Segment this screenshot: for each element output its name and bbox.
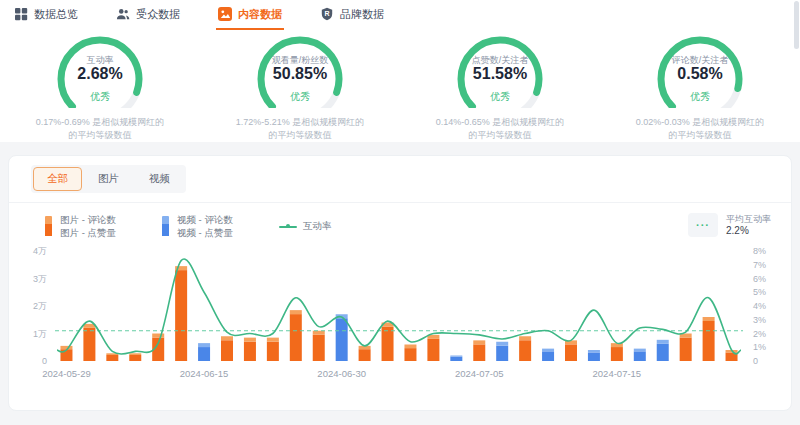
bar-image-likes[interactable]	[703, 321, 715, 361]
bar-image-likes[interactable]	[244, 342, 256, 361]
legend-group-labels: 图片 - 评论数图片 - 点赞量	[60, 213, 116, 239]
chart-legend-row: 图片 - 评论数图片 - 点赞量视频 - 评论数视频 - 点赞量 互动率 ···…	[9, 203, 791, 239]
bar-image-likes[interactable]	[359, 349, 371, 361]
left-axis-tick: 3万	[33, 274, 47, 284]
filter-row: 全部图片视频	[9, 156, 791, 193]
bar-image-comments[interactable]	[267, 338, 279, 342]
bar-video-likes[interactable]	[542, 351, 554, 361]
x-axis-date-label: 2024-07-05	[455, 368, 504, 379]
metric-card-4: 评论数/关注者0.58%优秀0.02%-0.03% 是相似规模网红的的平均等级数…	[600, 30, 800, 142]
bar-image-comments[interactable]	[244, 338, 256, 342]
nav-tab-3[interactable]: 内容数据	[216, 0, 284, 30]
metric-value: 2.68%	[52, 65, 148, 83]
bar-image-comments[interactable]	[519, 336, 531, 340]
top-section: 数据总览受众数据内容数据R品牌数据 互动率2.68%优秀0.17%-0.69% …	[0, 0, 800, 142]
bar-video-likes[interactable]	[634, 351, 646, 361]
filter-tab-1[interactable]: 全部	[33, 167, 82, 191]
right-axis-tick: 8%	[753, 246, 766, 256]
average-rate-label: 平均互动率	[726, 213, 771, 225]
right-axis-tick: 0	[753, 356, 758, 366]
bar-image-comments[interactable]	[290, 310, 302, 314]
left-axis-tick: 4万	[33, 246, 47, 256]
metric-benchmark-note: 0.14%-0.65% 是相似规模网红的的平均等级数值	[436, 116, 565, 142]
filter-tab-2[interactable]: 图片	[84, 167, 133, 191]
bar-image-comments[interactable]	[152, 334, 164, 338]
bar-video-comments[interactable]	[634, 349, 646, 352]
bar-image-comments[interactable]	[703, 317, 715, 321]
nav-tab-label: 受众数据	[136, 7, 180, 22]
filter-tab-3[interactable]: 视频	[135, 167, 184, 191]
engagement-rate-line	[57, 259, 741, 354]
bar-video-comments[interactable]	[588, 350, 600, 352]
nav-tab-label: 内容数据	[238, 7, 282, 22]
metric-card-1: 互动率2.68%优秀0.17%-0.69% 是相似规模网红的的平均等级数值	[0, 30, 200, 142]
media-filter-group: 全部图片视频	[31, 165, 186, 193]
bar-image-likes[interactable]	[290, 314, 302, 361]
nav-tab-4[interactable]: R品牌数据	[318, 0, 386, 30]
bar-video-likes[interactable]	[588, 352, 600, 361]
dotted-line-icon: ···	[688, 213, 718, 237]
bar-image-likes[interactable]	[519, 340, 531, 361]
chart-svg[interactable]: 01万2万3万4万01%2%3%4%5%6%7%8%2024-05-292024…	[17, 241, 797, 425]
legend-group-image[interactable]: 图片 - 评论数图片 - 点赞量	[45, 213, 116, 239]
bar-image-likes[interactable]	[565, 344, 577, 361]
bar-image-likes[interactable]	[680, 338, 692, 362]
audience-icon	[116, 7, 130, 21]
right-axis-tick: 4%	[753, 301, 766, 311]
scrollbar-track[interactable]	[794, 0, 800, 425]
right-axis-tick: 6%	[753, 274, 766, 284]
bar-image-likes[interactable]	[129, 355, 141, 361]
x-axis-date-label: 2024-06-30	[317, 368, 366, 379]
left-axis-tick: 2万	[33, 301, 47, 311]
bar-image-likes[interactable]	[473, 344, 485, 361]
bar-image-likes[interactable]	[83, 328, 95, 361]
brand-icon: R	[320, 7, 334, 21]
right-axis-tick: 3%	[753, 315, 766, 325]
bar-image-comments[interactable]	[129, 353, 141, 355]
bar-image-comments[interactable]	[221, 336, 233, 340]
bar-image-comments[interactable]	[404, 345, 416, 349]
top-nav: 数据总览受众数据内容数据R品牌数据	[0, 0, 800, 30]
bar-video-likes[interactable]	[496, 346, 508, 361]
bar-swatch-icon	[162, 216, 169, 239]
metric-rating-badge: 优秀	[52, 90, 148, 104]
bar-image-likes[interactable]	[382, 327, 394, 362]
legend-group-labels: 视频 - 评论数视频 - 点赞量	[177, 213, 233, 239]
bar-image-likes[interactable]	[221, 340, 233, 361]
bar-video-likes[interactable]	[657, 344, 669, 361]
bar-image-comments[interactable]	[60, 346, 72, 349]
bar-video-likes[interactable]	[336, 318, 348, 361]
nav-tab-2[interactable]: 受众数据	[114, 0, 182, 30]
average-rate-value: 2.2%	[726, 225, 771, 237]
bars-group	[60, 266, 737, 361]
bar-image-likes[interactable]	[611, 347, 623, 361]
legend-line-series[interactable]: 互动率	[279, 220, 332, 233]
legend-group-video[interactable]: 视频 - 评论数视频 - 点赞量	[162, 213, 233, 239]
left-axis-tick: 0	[42, 356, 47, 366]
metric-value: 0.58%	[652, 65, 748, 83]
bar-image-likes[interactable]	[427, 339, 439, 361]
bar-video-comments[interactable]	[542, 349, 554, 352]
bar-image-comments[interactable]	[473, 340, 485, 344]
right-axis-tick: 1%	[753, 342, 766, 352]
nav-tab-label: 品牌数据	[340, 7, 384, 22]
bar-video-likes[interactable]	[450, 357, 462, 361]
bar-image-likes[interactable]	[313, 335, 325, 361]
bar-video-comments[interactable]	[496, 342, 508, 346]
bar-video-comments[interactable]	[657, 340, 669, 344]
bar-image-likes[interactable]	[404, 348, 416, 361]
metric-cards-row: 互动率2.68%优秀0.17%-0.69% 是相似规模网红的的平均等级数值观看量…	[0, 30, 800, 142]
bar-image-likes[interactable]	[267, 342, 279, 361]
bar-video-comments[interactable]	[198, 343, 210, 347]
bar-video-comments[interactable]	[450, 356, 462, 357]
legend-line-label: 互动率	[303, 220, 332, 233]
grid-icon	[14, 7, 28, 21]
bar-video-likes[interactable]	[198, 347, 210, 361]
scrollbar-thumb[interactable]	[794, 1, 799, 49]
content-icon	[218, 7, 232, 21]
nav-tab-1[interactable]: 数据总览	[12, 0, 80, 30]
right-axis-tick: 7%	[753, 260, 766, 270]
bar-image-likes[interactable]	[175, 270, 187, 361]
bar-image-comments[interactable]	[313, 331, 325, 335]
bar-image-likes[interactable]	[106, 355, 118, 361]
